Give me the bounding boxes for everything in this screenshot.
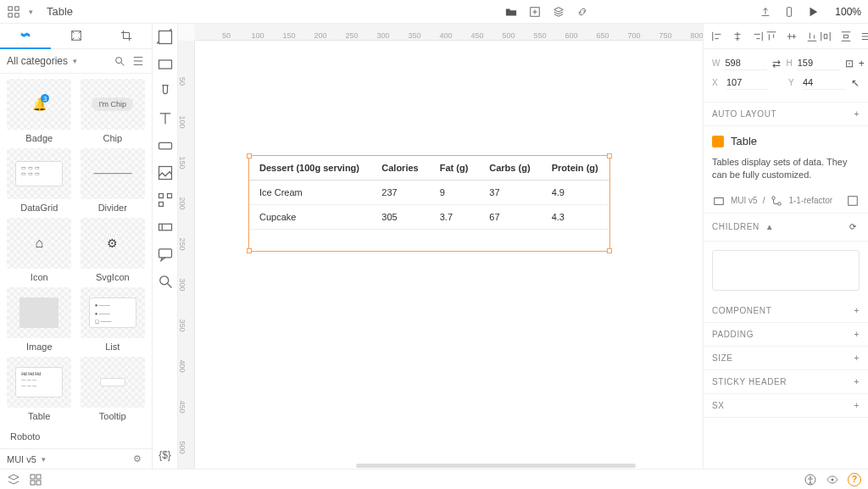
folder-icon[interactable]	[504, 5, 518, 19]
stack-icon[interactable]	[7, 473, 20, 486]
svg-point-20	[778, 203, 782, 206]
section-component[interactable]: COMPONENT+	[704, 299, 868, 323]
home-icon: ⌂	[35, 236, 43, 251]
rectangle-icon[interactable]	[157, 56, 174, 73]
palette-item-chip[interactable]: I'm Chip Chip	[79, 79, 147, 143]
tool-column: {$}	[153, 24, 178, 469]
search-tool-icon[interactable]	[157, 273, 174, 290]
add-dim-icon[interactable]: +	[859, 57, 865, 70]
play-icon[interactable]	[806, 5, 820, 19]
svg-point-28	[832, 478, 834, 481]
chat-icon[interactable]	[157, 246, 174, 263]
align-top-icon[interactable]	[765, 30, 778, 43]
palette-tab-frames[interactable]	[51, 24, 102, 49]
palette-item-icon[interactable]: ⌂ Icon	[5, 218, 74, 282]
list-view-icon[interactable]	[131, 54, 145, 68]
auto-layout-header[interactable]: AUTO LAYOUT+	[704, 103, 868, 126]
text-icon[interactable]	[157, 110, 174, 127]
accessibility-icon[interactable]	[804, 473, 817, 486]
section-sticky-header[interactable]: STICKY HEADER+	[704, 370, 868, 394]
path-lib: MUI v5	[731, 196, 758, 205]
y-input[interactable]	[803, 75, 845, 90]
align-right-icon[interactable]	[751, 30, 765, 43]
children-header[interactable]: CHILDREN ▲ ⟳	[704, 214, 868, 242]
add-frame-icon[interactable]	[157, 29, 174, 46]
palette-item-image[interactable]: Image	[5, 287, 74, 352]
collapse-icon[interactable]	[846, 194, 860, 208]
palette-item-divider[interactable]: Divider	[79, 148, 147, 213]
app-menu-icon[interactable]	[7, 5, 20, 19]
palette-item-svgicon[interactable]: ⚙ SvgIcon	[79, 218, 147, 282]
font-section: Roboto	[5, 426, 147, 447]
table-header: Protein (g)	[542, 156, 609, 181]
canvas-area[interactable]: 5010015020025030035040045050055060065070…	[178, 24, 703, 469]
help-icon[interactable]: ?	[848, 473, 861, 486]
resize-handle-tr[interactable]	[607, 153, 612, 158]
reset-icon[interactable]: ⟳	[846, 220, 860, 234]
resize-handle-bl[interactable]	[247, 248, 252, 253]
link-icon[interactable]	[576, 5, 589, 19]
align-center-v-icon[interactable]	[785, 30, 798, 43]
variables-icon[interactable]: {$}	[157, 447, 174, 464]
ruler-horizontal: 5010015020025030035040045050055060065070…	[195, 24, 703, 41]
eye-icon[interactable]	[826, 473, 839, 486]
add-page-icon[interactable]	[528, 5, 542, 19]
component-grid: 🔔3 Badge I'm Chip Chip ▭ ▭ ▭▭ ▭ ▭ DataGr…	[0, 74, 152, 448]
table-selection[interactable]: Dessert (100g serving)CaloriesFat (g)Car…	[248, 155, 610, 252]
version-selector[interactable]: MUI v5▾	[7, 454, 46, 464]
height-input[interactable]	[798, 56, 840, 70]
link-wh-icon[interactable]: ⇄	[772, 57, 781, 70]
palette-tab-components[interactable]	[0, 24, 51, 49]
ruler-vertical: 50100150200250300350400450500	[178, 41, 195, 469]
input-icon[interactable]	[157, 219, 174, 236]
width-input[interactable]	[725, 56, 767, 70]
gear-icon-thumb: ⚙	[107, 236, 118, 250]
distribute-h-icon[interactable]	[819, 30, 832, 43]
svg-rect-13	[167, 194, 171, 198]
palette-item-badge[interactable]: 🔔3 Badge	[5, 79, 74, 143]
gear-icon[interactable]: ⚙	[130, 453, 145, 464]
svg-rect-3	[15, 13, 19, 16]
package-icon	[712, 194, 726, 208]
horizontal-scrollbar[interactable]	[356, 464, 636, 468]
svg-rect-5	[787, 7, 792, 16]
brush-icon[interactable]	[157, 83, 174, 100]
device-icon[interactable]	[782, 5, 796, 19]
table-header: Dessert (100g serving)	[249, 156, 371, 181]
frame-icon	[70, 29, 83, 42]
align-bottom-icon[interactable]	[805, 30, 819, 43]
table-row: Ice Cream2379374.9	[249, 181, 609, 205]
align-left-icon[interactable]	[710, 30, 724, 43]
palette-item-datagrid[interactable]: ▭ ▭ ▭▭ ▭ ▭ DataGrid	[5, 148, 74, 213]
zoom-level[interactable]: 100%	[835, 6, 861, 18]
grid-icon[interactable]	[29, 473, 42, 486]
qr-icon[interactable]	[157, 192, 174, 208]
upload-icon[interactable]	[759, 5, 772, 19]
cursor-icon[interactable]: ↖	[850, 76, 860, 90]
palette-item-table[interactable]: Hd Hd Hd— — —— — — Table	[5, 357, 74, 421]
resize-handle-br[interactable]	[607, 248, 612, 253]
svg-rect-0	[8, 6, 12, 9]
x-label: X	[712, 78, 721, 87]
children-dropzone[interactable]	[712, 250, 860, 291]
category-select[interactable]: All categories▾	[7, 55, 108, 67]
search-icon[interactable]	[113, 54, 126, 68]
more-align-icon[interactable]	[860, 30, 868, 43]
section-padding[interactable]: PADDING+	[704, 323, 868, 347]
constrain-icon[interactable]: ⊡	[845, 57, 854, 70]
palette-item-list[interactable]: ● ───● ───◻ ─── List	[79, 287, 147, 352]
palette-item-tooltip[interactable]: Tooltip	[79, 357, 147, 421]
image-icon[interactable]	[157, 164, 174, 181]
svg-point-19	[772, 197, 776, 200]
y-label: Y	[788, 78, 798, 87]
section-size[interactable]: SIZE+	[704, 347, 868, 370]
button-icon[interactable]	[157, 137, 174, 154]
align-center-h-icon[interactable]	[731, 30, 744, 43]
section-sx[interactable]: SX+	[704, 394, 868, 418]
palette-tab-crop[interactable]	[101, 24, 152, 49]
distribute-v-icon[interactable]	[839, 30, 853, 43]
layers-icon[interactable]	[552, 5, 565, 19]
chevron-down-icon[interactable]: ▾	[29, 8, 33, 16]
resize-handle-tl[interactable]	[247, 153, 252, 158]
x-input[interactable]	[726, 75, 769, 90]
